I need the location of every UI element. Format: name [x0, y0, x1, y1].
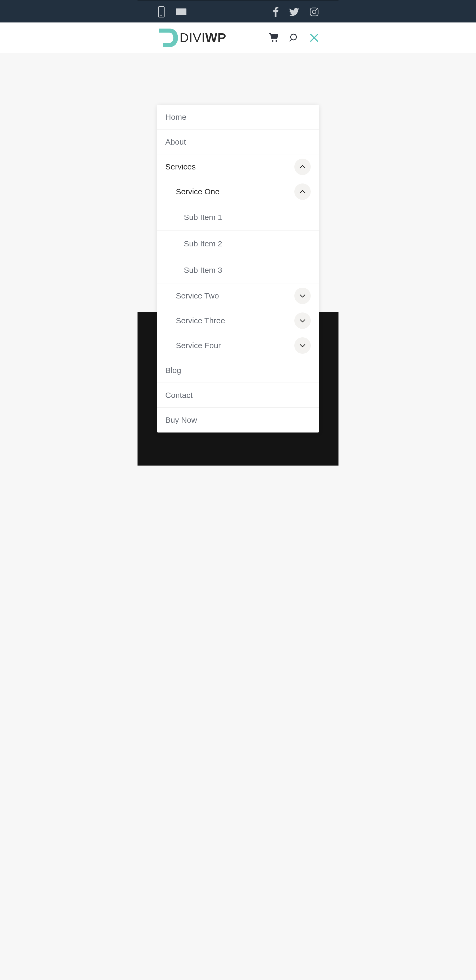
svg-point-7 [275, 40, 277, 42]
nav-item-service-three[interactable]: Service Three [158, 308, 318, 333]
nav-item-service-four[interactable]: Service Four [158, 333, 318, 358]
nav-label: Contact [165, 391, 193, 400]
nav-item-sub-1[interactable]: Sub Item 1 [158, 204, 318, 231]
close-icon[interactable] [310, 33, 318, 42]
facebook-icon[interactable] [273, 7, 279, 17]
svg-point-5 [316, 9, 317, 10]
header: DIVIWP [137, 22, 339, 53]
nav-label: About [165, 137, 186, 146]
nav-item-buy-now[interactable]: Buy Now [158, 408, 318, 433]
svg-point-6 [272, 40, 274, 42]
nav-item-sub-3[interactable]: Sub Item 3 [158, 257, 318, 283]
search-icon[interactable] [290, 33, 299, 42]
chevron-down-icon[interactable] [295, 312, 311, 329]
nav-label: Services [165, 162, 196, 171]
twitter-icon[interactable] [289, 8, 299, 16]
nav-label: Home [165, 113, 186, 122]
nav-item-about[interactable]: About [158, 130, 318, 154]
chevron-up-icon[interactable] [295, 183, 311, 200]
nav-item-services[interactable]: Services [158, 154, 318, 179]
phone-icon[interactable] [158, 6, 165, 18]
nav-label: Service One [176, 187, 220, 196]
nav-label: Sub Item 1 [184, 213, 222, 222]
nav-label: Sub Item 3 [184, 266, 222, 275]
logo[interactable]: DIVIWP [158, 27, 226, 48]
svg-rect-3 [310, 8, 318, 16]
topbar [137, 0, 339, 22]
nav-label: Sub Item 2 [184, 239, 222, 248]
nav-item-service-one[interactable]: Service One [158, 179, 318, 204]
nav-item-service-two[interactable]: Service Two [158, 283, 318, 308]
mobile-nav-menu: Home About Services Service One Sub Item… [158, 105, 318, 433]
nav-item-contact[interactable]: Contact [158, 383, 318, 408]
svg-line-10 [290, 40, 291, 41]
nav-label: Buy Now [165, 415, 197, 425]
svg-point-4 [312, 10, 316, 14]
chevron-down-icon[interactable] [295, 337, 311, 354]
nav-label: Service Four [176, 341, 221, 350]
cart-icon[interactable] [269, 33, 279, 42]
chevron-up-icon[interactable] [295, 159, 311, 175]
nav-label: Blog [165, 366, 181, 375]
logo-mark-icon [158, 27, 178, 48]
chevron-down-icon[interactable] [295, 288, 311, 304]
nav-label: Service Two [176, 291, 219, 300]
email-icon[interactable] [176, 8, 186, 16]
instagram-icon[interactable] [310, 7, 318, 16]
logo-text: DIVIWP [180, 30, 226, 45]
nav-item-home[interactable]: Home [158, 105, 318, 130]
nav-label: Service Three [176, 316, 225, 325]
nav-item-blog[interactable]: Blog [158, 358, 318, 383]
nav-item-sub-2[interactable]: Sub Item 2 [158, 231, 318, 257]
